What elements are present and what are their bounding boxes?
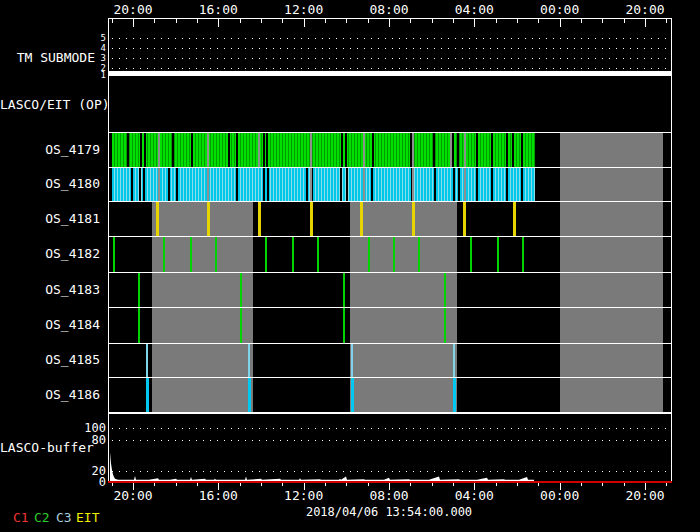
legend-eit: EIT (76, 511, 99, 525)
minor-tick-top (154, 18, 155, 23)
row-label: OS_4186 (0, 387, 100, 403)
gray-block (350, 308, 457, 343)
data-gap (143, 168, 145, 201)
event-line (522, 237, 524, 272)
minor-tick-top (261, 18, 262, 23)
data-gap (263, 168, 265, 201)
major-tick-top (560, 18, 561, 27)
event-line (156, 202, 159, 236)
legend-c3: C3 (56, 511, 72, 525)
data-gap (345, 133, 347, 167)
plot-top-border (108, 18, 672, 19)
minor-tick-top (410, 18, 411, 23)
minor-tick-top (346, 18, 347, 23)
data-gap (341, 133, 343, 167)
major-tick-bottom (389, 482, 390, 490)
gray-block (560, 133, 663, 167)
major-tick-top (389, 18, 390, 27)
event-line (418, 237, 420, 272)
minor-tick-top (325, 18, 326, 23)
gray-marker-line (258, 133, 260, 167)
row-label: OS_4180 (0, 176, 100, 192)
gray-marker-line (464, 168, 466, 201)
event-line (412, 202, 415, 236)
data-gap (236, 133, 238, 167)
bottom-axis-label: 20:00 (103, 489, 163, 503)
tm-submode-gridline (112, 48, 670, 49)
event-line (248, 378, 251, 412)
gray-block (152, 273, 253, 307)
row-separator (108, 377, 672, 378)
gray-block (350, 378, 457, 412)
event-line (317, 237, 319, 272)
data-gap (491, 168, 493, 201)
row-label: OS_4181 (0, 211, 100, 227)
row-separator (108, 272, 672, 273)
top-axis-label: 00:00 (530, 3, 590, 17)
event-line (146, 344, 148, 377)
data-gap (512, 133, 514, 167)
row-label: OS_4182 (0, 246, 100, 262)
data-gap (434, 168, 436, 201)
event-line (351, 344, 353, 377)
row-separator (108, 236, 672, 237)
data-gap (521, 168, 523, 201)
minor-tick-top (197, 18, 198, 23)
event-line (343, 273, 345, 307)
gray-marker-line (363, 133, 365, 167)
event-line (497, 237, 499, 272)
gray-marker-line (464, 133, 466, 167)
data-gap (521, 133, 523, 167)
bottom-axis-label: 12:00 (274, 489, 334, 503)
data-gap (346, 168, 348, 201)
legend-c1: C1 (13, 511, 29, 525)
row-label: OS_4183 (0, 282, 100, 298)
gray-marker-line (450, 133, 452, 167)
gray-block (560, 273, 663, 307)
event-line (258, 202, 261, 236)
event-line (463, 202, 466, 236)
data-gap (306, 168, 308, 201)
event-line (310, 202, 313, 236)
gray-block (152, 344, 253, 377)
data-gap (476, 133, 478, 167)
tm-submode-gridline (112, 38, 670, 39)
major-tick-bottom (560, 482, 561, 490)
minor-tick-top (368, 18, 369, 23)
bottom-axis-label: 08:00 (359, 489, 419, 503)
event-line (138, 273, 140, 307)
row-separator (108, 307, 672, 308)
event-line (292, 237, 294, 272)
gray-block (152, 202, 253, 236)
data-gap (140, 133, 142, 167)
gray-marker-line (158, 168, 160, 201)
data-gap (191, 133, 193, 167)
gray-marker-line (310, 133, 312, 167)
event-line (265, 237, 267, 272)
major-tick-top (218, 18, 219, 27)
minor-tick-top (581, 18, 582, 23)
event-line (248, 344, 250, 377)
row-separator (108, 167, 672, 168)
event-line (207, 202, 210, 236)
bottom-axis-label: 00:00 (530, 489, 590, 503)
major-tick-bottom (645, 482, 646, 490)
tm-submode-gridline (112, 58, 670, 59)
gray-block (560, 344, 663, 377)
minor-tick-top (112, 18, 113, 23)
gray-block (560, 237, 663, 272)
row-label: OS_4179 (0, 142, 100, 158)
data-gap (131, 168, 133, 201)
event-line (453, 378, 456, 412)
event-line (444, 273, 446, 307)
row-label: LASCO/EIT (OP) (0, 97, 100, 113)
data-gap (452, 133, 454, 167)
minor-tick-top (666, 18, 667, 23)
event-line (190, 237, 192, 272)
event-line (138, 308, 140, 343)
tm-submode-ytick: 4 (0, 44, 106, 53)
data-gap (139, 168, 141, 201)
data-gap (491, 133, 493, 167)
major-tick-top (133, 18, 134, 27)
gray-block (560, 378, 663, 412)
